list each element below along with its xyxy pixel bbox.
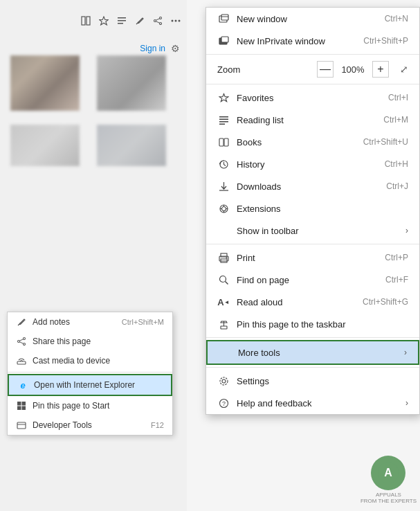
divider-1 bbox=[206, 54, 419, 55]
svg-point-16 bbox=[18, 341, 20, 343]
menu-reading-list[interactable]: Reading list Ctrl+M bbox=[206, 109, 419, 131]
svg-rect-36 bbox=[219, 138, 223, 146]
show-toolbar-label: Show in toolbar bbox=[237, 226, 299, 236]
browser-toolbar bbox=[0, 7, 187, 35]
extensions-label: Extensions bbox=[237, 204, 281, 214]
menu-new-window[interactable]: New window Ctrl+N bbox=[206, 8, 419, 30]
pin-start-label: Pin this page to Start bbox=[33, 401, 109, 411]
favorites-shortcut: Ctrl+I bbox=[388, 93, 408, 102]
svg-point-6 bbox=[160, 17, 162, 19]
settings-menu-icon bbox=[217, 375, 230, 387]
svg-line-9 bbox=[156, 19, 159, 20]
context-divider bbox=[8, 372, 172, 373]
dev-tools-shortcut: F12 bbox=[151, 421, 164, 429]
menu-find[interactable]: Find on page Ctrl+F bbox=[206, 269, 419, 291]
menu-read-aloud[interactable]: A◄ Read aloud Ctrl+Shift+G bbox=[206, 291, 419, 313]
menu-new-inprivate[interactable]: New InPrivate window Ctrl+Shift+P bbox=[206, 30, 419, 52]
share-icon[interactable] bbox=[150, 13, 165, 28]
svg-point-56 bbox=[222, 379, 226, 383]
context-cast[interactable]: Cast media to device bbox=[8, 351, 172, 370]
share-page-label: Share this page bbox=[33, 337, 91, 346]
svg-rect-23 bbox=[22, 406, 26, 411]
dev-tools-icon bbox=[16, 420, 27, 431]
more-tools-arrow: › bbox=[404, 348, 407, 357]
help-arrow: › bbox=[405, 398, 408, 408]
new-window-label: New window bbox=[237, 14, 287, 24]
read-aloud-label: Read aloud bbox=[237, 297, 283, 307]
settings-gear-icon[interactable]: ⚙ bbox=[171, 43, 180, 54]
reading-list-menu-icon bbox=[217, 114, 230, 126]
svg-rect-0 bbox=[82, 17, 85, 25]
context-dev-tools[interactable]: Developer Tools F12 bbox=[8, 415, 172, 435]
menu-books[interactable]: Books Ctrl+Shift+U bbox=[206, 131, 419, 153]
zoom-row: Zoom — 100% + ⤢ bbox=[206, 57, 419, 82]
svg-rect-3 bbox=[118, 17, 126, 19]
settings-label: Settings bbox=[237, 376, 269, 386]
zoom-plus-button[interactable]: + bbox=[372, 61, 389, 78]
help-label: Help and feedback bbox=[237, 398, 311, 409]
context-open-ie[interactable]: e Open with Internet Explorer bbox=[8, 374, 172, 396]
find-label: Find on page bbox=[237, 275, 289, 285]
svg-point-52 bbox=[219, 276, 226, 282]
notes-icon[interactable] bbox=[132, 13, 147, 28]
favorites-menu-icon bbox=[217, 91, 230, 104]
history-shortcut: Ctrl+H bbox=[385, 159, 408, 169]
favorites-menu-label: Favorites bbox=[237, 93, 273, 103]
menu-extensions[interactable]: Extensions bbox=[206, 197, 419, 219]
reading-list-shortcut: Ctrl+M bbox=[383, 115, 408, 125]
svg-rect-21 bbox=[22, 402, 26, 406]
favorites-icon[interactable] bbox=[96, 13, 111, 28]
menu-print[interactable]: Print Ctrl+P bbox=[206, 246, 419, 269]
add-notes-shortcut: Ctrl+Shift+M bbox=[122, 318, 164, 326]
menu-more-tools[interactable]: More tools › bbox=[206, 340, 419, 365]
menu-downloads[interactable]: Downloads Ctrl+J bbox=[206, 175, 419, 197]
svg-point-51 bbox=[226, 257, 227, 258]
svg-text:A: A bbox=[385, 467, 393, 478]
zoom-expand-icon[interactable]: ⤢ bbox=[400, 64, 408, 75]
menu-settings[interactable]: Settings bbox=[206, 370, 419, 392]
svg-point-7 bbox=[160, 23, 162, 25]
show-toolbar-icon bbox=[217, 224, 230, 237]
share-page-icon bbox=[16, 336, 27, 347]
books-label: Books bbox=[237, 137, 262, 147]
divider-5 bbox=[206, 367, 419, 368]
help-icon: ? bbox=[217, 397, 230, 409]
content-image-4 bbox=[97, 125, 166, 166]
menu-favorites[interactable]: Favorites Ctrl+I bbox=[206, 87, 419, 109]
read-aloud-shortcut: Ctrl+Shift+G bbox=[363, 297, 408, 307]
appuals-logo: A bbox=[371, 456, 405, 490]
add-notes-icon bbox=[16, 316, 27, 328]
context-add-notes[interactable]: Add notes Ctrl+Shift+M bbox=[8, 312, 172, 332]
svg-rect-19 bbox=[17, 361, 26, 364]
divider-3 bbox=[206, 244, 419, 244]
books-shortcut: Ctrl+Shift+U bbox=[363, 137, 408, 147]
svg-line-10 bbox=[156, 21, 159, 23]
svg-point-42 bbox=[221, 206, 226, 210]
signin-area: Sign in ⚙ bbox=[0, 38, 187, 59]
divider-2 bbox=[206, 84, 419, 84]
svg-rect-20 bbox=[17, 402, 21, 406]
cast-label: Cast media to device bbox=[33, 356, 110, 366]
context-share[interactable]: Share this page bbox=[8, 332, 172, 351]
find-shortcut: Ctrl+F bbox=[385, 275, 408, 285]
more-actions-icon[interactable] bbox=[168, 13, 183, 28]
menu-help[interactable]: ? Help and feedback › bbox=[206, 392, 419, 414]
context-pin-start[interactable]: Pin this page to Start bbox=[8, 396, 172, 415]
signin-label[interactable]: Sign in bbox=[140, 44, 165, 53]
svg-rect-37 bbox=[224, 138, 228, 146]
reading-list-icon[interactable] bbox=[114, 13, 129, 28]
menu-history[interactable]: History Ctrl+H bbox=[206, 153, 419, 175]
svg-point-8 bbox=[154, 20, 156, 22]
menu-show-toolbar[interactable]: Show in toolbar › bbox=[206, 219, 419, 242]
print-shortcut: Ctrl+P bbox=[385, 253, 408, 262]
reading-view-icon[interactable] bbox=[78, 13, 93, 28]
zoom-label: Zoom bbox=[217, 64, 240, 75]
menu-pin-taskbar[interactable]: Pin this page to the taskbar bbox=[206, 313, 419, 335]
zoom-minus-button[interactable]: — bbox=[317, 61, 334, 78]
watermark-line1: APPUALS bbox=[360, 492, 417, 498]
new-window-shortcut: Ctrl+N bbox=[385, 14, 408, 24]
svg-rect-24 bbox=[17, 422, 26, 429]
watermark: A APPUALS FROM THE EXPERTS bbox=[360, 456, 417, 504]
open-ie-label: Open with Internet Explorer bbox=[34, 380, 135, 390]
dev-tools-label: Developer Tools bbox=[33, 420, 92, 430]
